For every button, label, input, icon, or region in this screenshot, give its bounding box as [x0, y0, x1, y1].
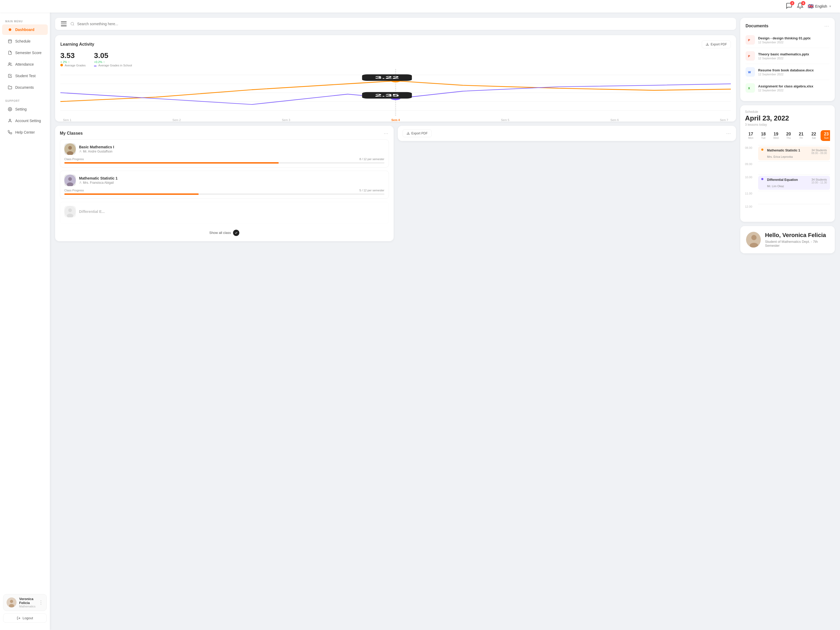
time-grid: 08.00 Mathematic Statistic 1 34 Students… [745, 145, 830, 217]
chat-notification-icon[interactable]: 2 [786, 2, 793, 10]
day-21[interactable]: 21 Fri [796, 130, 807, 141]
teacher-icon [79, 150, 82, 153]
avatar [6, 597, 17, 608]
teacher-icon-2 [79, 181, 82, 184]
event-teacher-2: Mr. Lim Okaz [767, 185, 827, 188]
hamburger-menu[interactable] [60, 21, 68, 27]
doc-4-date: 12 September 2022 [758, 89, 813, 92]
class-item-2: Mathematic Statistic 1 Mrs. Fransisca Ab… [60, 171, 389, 199]
time-row-12: 12.00 [745, 204, 830, 217]
schedule-sub: 3 lessons today [745, 123, 830, 127]
svg-point-33 [80, 181, 81, 182]
x-labels: Sem 1 Sem 2 Sem 3 Sem 4 Sem 5 Sem 6 Sem … [60, 119, 731, 122]
user-more-button[interactable]: ⋮ [39, 600, 43, 605]
class-2-progress-bar [64, 193, 384, 195]
svg-rect-0 [8, 40, 11, 43]
event-math-statistic[interactable]: Mathematic Statistic 1 34 Students 08.00… [758, 146, 830, 160]
export-icon [706, 43, 709, 46]
student-test-icon [7, 73, 13, 79]
time-row-10: 10.00 Differential Equation 34 Students … [745, 174, 830, 191]
class-2-info: Mathematic Statistic 1 Mrs. Fransisca Ab… [79, 176, 384, 185]
day-18[interactable]: 18 Tue [758, 130, 769, 141]
day-22[interactable]: 22 Sat [808, 130, 819, 141]
class-1-progress-row: Class Progress 8 / 12 per semester [64, 157, 384, 161]
stat-label-2: Average Grades in School [94, 64, 132, 67]
class-3-info: Differential E... [79, 209, 384, 214]
bell-notification-icon[interactable]: 6 [797, 2, 804, 10]
svg-text:2.35: 2.35 [375, 93, 399, 97]
class-3-avatar [64, 206, 76, 217]
hello-desc: Student of Mathematics Dept. - 7th Semes… [765, 240, 829, 247]
doc-2-name: Theory basic mathematics.pptx [758, 52, 809, 56]
doc-4-name: Assignment for class algebra.xlsx [758, 84, 813, 88]
export-card-bottom: Export PDF ⋯ [398, 126, 736, 141]
svg-point-29 [80, 150, 81, 151]
hello-name: Hello, Veronica Felicia [765, 232, 829, 239]
doc-icon-pptx-1: P [745, 35, 755, 44]
search-icon [70, 22, 74, 26]
support-label: SUPPORT [0, 97, 50, 103]
sidebar-item-help-center[interactable]: Help Center [2, 127, 48, 138]
day-17[interactable]: 17 Mon [745, 130, 756, 141]
sidebar-item-dashboard[interactable]: Dashboard [2, 24, 48, 35]
doc-icon-xlsx: X [745, 83, 755, 93]
event-diff-meta: 34 Students 10.00 - 11.30 [812, 178, 827, 184]
sidebar-item-schedule[interactable]: Schedule [2, 36, 48, 46]
day-19[interactable]: 19 Wed [770, 130, 782, 141]
arrow-up-icon-2: ↑ [103, 60, 105, 63]
doc-item-2: P Theory basic mathematics.pptx 12 Septe… [745, 48, 829, 64]
event-teacher-1: Mrs. Erica Leprovka [767, 155, 827, 158]
my-classes-more-button[interactable]: ⋯ [384, 130, 389, 136]
time-label-11: 11.00 [745, 191, 758, 195]
doc-1-info: Design - design thinking 01.pptx 12 Sept… [758, 36, 811, 44]
dashboard-icon [7, 27, 13, 32]
svg-point-27 [68, 146, 72, 150]
stat-val-1: 3.53 [60, 51, 85, 60]
sidebar-item-student-test[interactable]: Student Test [2, 71, 48, 81]
doc-item-4: X Assignment for class algebra.xlsx 12 S… [745, 80, 829, 96]
day-20[interactable]: 20 Thu [783, 130, 794, 141]
documents-icon [7, 85, 13, 90]
documents-card: Documents ⋯ P Design - design thinking 0… [740, 18, 835, 101]
semester-score-icon [7, 50, 13, 55]
export-more-button[interactable]: ⋯ [726, 130, 731, 136]
language-selector[interactable]: 🇬🇧 English ▼ [808, 3, 832, 9]
sidebar-item-semester-score[interactable]: Semester Score [2, 47, 48, 58]
class-2-teacher: Mrs. Fransisca Abigail [79, 181, 384, 185]
documents-title: Documents [745, 24, 768, 28]
sidebar-item-attendance[interactable]: Attendance [2, 59, 48, 70]
search-input[interactable] [77, 22, 731, 26]
event-diff-top: Differential Equation 34 Students 10.00 … [767, 178, 827, 184]
documents-more-button[interactable]: ⋯ [824, 23, 829, 29]
sidebar-item-setting[interactable]: Setting [2, 104, 48, 114]
documents-header: Documents ⋯ [745, 23, 829, 29]
bell-badge: 6 [801, 1, 805, 5]
show-all-button[interactable]: Show all class [60, 227, 389, 236]
svg-point-36 [67, 214, 73, 217]
export-pdf-button[interactable]: Export PDF [702, 40, 731, 48]
class-item-3: Differential E... [60, 202, 389, 224]
xlsx-icon: X [747, 85, 753, 91]
svg-point-8 [10, 600, 13, 603]
export-pdf-bottom-button[interactable]: Export PDF [403, 130, 432, 137]
doc-1-name: Design - design thinking 01.pptx [758, 36, 811, 40]
svg-text:X: X [748, 87, 750, 90]
main-left: Learning Activity Export PDF 3.53 + 2% ↑… [50, 13, 740, 630]
docx-icon: W [747, 69, 753, 75]
event-col-10: Differential Equation 34 Students 10.00 … [758, 174, 830, 191]
day-23[interactable]: 23 Sun [821, 130, 830, 141]
sidebar-item-account-setting[interactable]: Account Setting [2, 116, 48, 126]
svg-point-31 [68, 177, 72, 181]
check-icon [235, 231, 238, 234]
doc-2-date: 12 September 2022 [758, 57, 809, 60]
sidebar-item-documents[interactable]: Documents [2, 82, 48, 93]
class-1-info: Basic Mathematics I Mr. Andre Gustaffson [79, 145, 384, 153]
time-label-08: 08.00 [745, 145, 758, 149]
stat-val-2: 3.05 [94, 51, 132, 60]
stat-block-1: 3.53 + 2% ↑ Average Grades [60, 51, 85, 67]
main-content: Learning Activity Export PDF 3.53 + 2% ↑… [50, 0, 840, 630]
logout-button[interactable]: Logout [3, 613, 47, 623]
schedule-card: Schedule April 23, 2022 3 lessons today … [740, 105, 835, 222]
svg-text:P: P [748, 39, 750, 42]
event-differential[interactable]: Differential Equation 34 Students 10.00 … [758, 176, 830, 190]
